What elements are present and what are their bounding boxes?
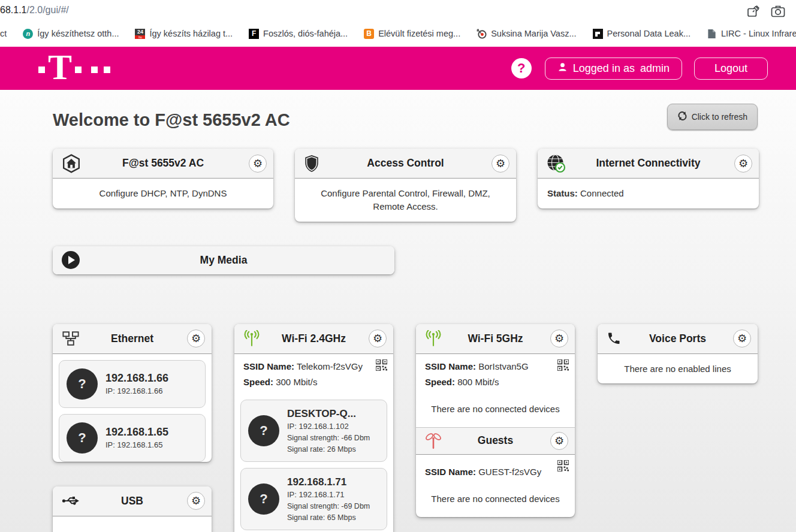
help-icon[interactable]: ? (511, 58, 532, 78)
usb-icon (62, 495, 80, 507)
ethernet-device-row[interactable]: ? 192.168.1.65 IP: 192.168.1.65 (59, 414, 206, 462)
url-host: 68.1.1 (0, 5, 26, 15)
24hu-favicon: 24hu (135, 29, 145, 39)
wifi-24ghz-card-header[interactable]: Wi-Fi 2.4GHz ⚙ (234, 324, 393, 354)
voice-ports-card-header[interactable]: Voice Ports ⚙ (598, 324, 758, 354)
url-text[interactable]: 68.1.1/2.0/gui/#/ (0, 5, 69, 16)
browser-address-bar: 68.1.1/2.0/gui/#/ (0, 0, 796, 23)
my-media-card: My Media (53, 246, 394, 274)
logged-in-username: admin (640, 62, 670, 75)
wifi-antenna-icon (425, 330, 442, 347)
dartboard-favicon (477, 29, 487, 39)
wifi-5ghz-card-header[interactable]: Wi-Fi 5GHz ⚙ (416, 324, 575, 354)
status-value: Connected (580, 188, 624, 198)
unknown-device-avatar: ? (67, 422, 98, 454)
data-leak-favicon (593, 29, 603, 39)
guests-settings-gear-icon[interactable]: ⚙ (550, 432, 568, 450)
voice-settings-gear-icon[interactable]: ⚙ (733, 330, 751, 347)
my-media-card-header[interactable]: My Media (53, 246, 394, 274)
access-control-card: Access Control ⚙ Configure Parental Cont… (295, 149, 516, 222)
logged-in-button[interactable]: Logged in as admin (545, 58, 682, 80)
wifi-5ghz-empty-message: There are no connected devices (416, 394, 575, 427)
ethernet-card: Ethernet ⚙ ? 192.168.1.66 IP: 192.168.1.… (53, 324, 212, 462)
access-control-settings-gear-icon[interactable]: ⚙ (492, 155, 509, 173)
guests-section-header[interactable]: Guests ⚙ (416, 427, 575, 455)
unknown-device-avatar: ? (248, 483, 279, 515)
app-header: T ? Logged in as admin Logout (0, 47, 796, 90)
usb-card-body (53, 516, 212, 532)
bookmark-item[interactable]: B Elévült fizetési meg... (364, 29, 460, 39)
play-icon (62, 251, 80, 269)
wifi-24ghz-settings-gear-icon[interactable]: ⚙ (369, 330, 387, 347)
internet-status: Status: Connected (538, 179, 759, 208)
page-title: Welcome to F@st 5655v2 AC (53, 110, 290, 130)
ethernet-settings-gear-icon[interactable]: ⚙ (187, 330, 205, 347)
bookmark-item[interactable]: ct (0, 29, 7, 38)
unknown-device-avatar: ? (67, 368, 98, 400)
guest-antenna-icon (425, 433, 442, 449)
telekom-logo: T (38, 52, 110, 85)
bookmarks-bar: ct n Így készíthetsz otth... 24hu Így ké… (0, 23, 796, 47)
usb-card: USB ⚙ (53, 486, 212, 532)
globe-connected-icon (547, 154, 566, 173)
nosalty-favicon: n (23, 29, 33, 39)
camera-screenshot-icon[interactable] (771, 5, 785, 18)
internet-connectivity-card-header[interactable]: Internet Connectivity ⚙ (538, 149, 759, 179)
phone-icon (607, 331, 621, 346)
router-card: F@st 5655v2 AC ⚙ Configure DHCP, NTP, Dy… (53, 149, 273, 208)
wifi-device-row[interactable]: ? 192.168.1.71 IP: 192.168.1.71 Signal s… (240, 468, 387, 530)
refresh-icon (677, 111, 688, 123)
internet-connectivity-card: Internet Connectivity ⚙ Status: Connecte… (538, 149, 759, 208)
url-path: /2.0/gui/#/ (26, 5, 68, 15)
access-control-card-body: Configure Parental Control, Firewall, DM… (295, 179, 516, 222)
status-label: Status: (547, 188, 578, 198)
f-favicon: F (249, 29, 259, 39)
bookmark-item[interactable]: 24hu Így készíts házilag t... (135, 29, 233, 39)
voice-ports-card: Voice Ports ⚙ There are no enabled lines (598, 324, 758, 384)
qr-code-icon[interactable] (557, 359, 569, 373)
bookmark-item[interactable]: LIRC - Linux Infrare... (707, 29, 796, 39)
guest-ssid: GUEST-f2sVGy (478, 467, 541, 477)
refresh-button[interactable]: Click to refresh (667, 104, 758, 130)
wifi-5ghz-settings-gear-icon[interactable]: ⚙ (550, 330, 568, 347)
ethernet-card-header[interactable]: Ethernet ⚙ (53, 324, 212, 354)
user-icon (557, 62, 568, 75)
bookmark-item[interactable]: F Foszlós, diós-fahéja... (249, 29, 348, 39)
ethernet-network-icon (62, 331, 80, 346)
main-content: Welcome to F@st 5655v2 AC Click to refre… (0, 90, 796, 532)
usb-card-header[interactable]: USB ⚙ (53, 486, 212, 516)
wifi-5ghz-ssid: BorIstvan5G (478, 361, 528, 371)
access-control-card-header[interactable]: Access Control ⚙ (295, 149, 516, 179)
qr-code-icon[interactable] (376, 359, 387, 373)
router-hexagon-home-icon (62, 154, 81, 173)
wifi-24ghz-ssid: Telekom-f2sVGy (297, 361, 363, 371)
internet-settings-gear-icon[interactable]: ⚙ (734, 155, 752, 173)
wifi-antenna-icon (243, 330, 260, 347)
wifi-5ghz-card: Wi-Fi 5GHz ⚙ SSID Name: BorIstvan5G Spee… (416, 324, 575, 517)
router-card-body: Configure DHCP, NTP, DynDNS (53, 179, 273, 208)
b-favicon: B (364, 29, 374, 39)
wifi-24ghz-speed: 300 Mbit/s (276, 377, 317, 387)
guests-empty-message: There are no connected devices (416, 483, 575, 517)
pin-page-icon[interactable] (747, 5, 760, 18)
bookmark-item[interactable]: Personal Data Leak... (593, 29, 691, 39)
router-settings-gear-icon[interactable]: ⚙ (249, 155, 267, 173)
unknown-device-avatar: ? (248, 415, 279, 446)
shield-icon (304, 155, 319, 173)
wifi-24ghz-card: Wi-Fi 2.4GHz ⚙ SSID Name: Telekom-f2sVGy… (234, 324, 393, 532)
usb-settings-gear-icon[interactable]: ⚙ (187, 492, 205, 510)
voice-empty-message: There are no enabled lines (598, 354, 758, 384)
wifi-5ghz-speed: 800 Mbit/s (457, 377, 499, 387)
qr-code-icon[interactable] (557, 460, 569, 474)
logout-button[interactable]: Logout (694, 58, 768, 80)
bookmark-item[interactable]: Suksina Marija Vasz... (477, 29, 576, 39)
bookmark-item[interactable]: n Így készíthetsz otth... (23, 29, 119, 39)
wifi-device-row[interactable]: ? DESKTOP-Q... IP: 192.168.1.102 Signal … (240, 400, 387, 462)
router-card-header[interactable]: F@st 5655v2 AC ⚙ (53, 149, 273, 179)
ethernet-device-row[interactable]: ? 192.168.1.66 IP: 192.168.1.66 (59, 360, 206, 408)
document-favicon (707, 29, 717, 39)
